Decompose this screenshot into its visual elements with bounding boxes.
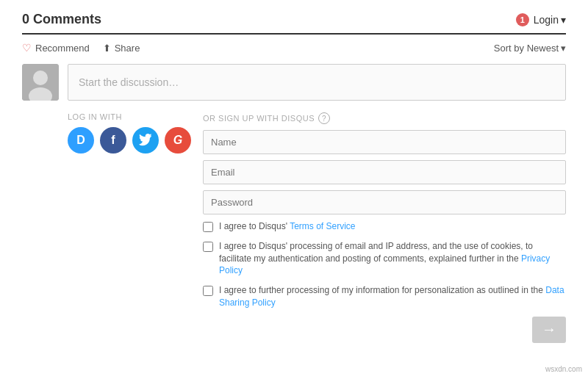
- heart-icon: ♡: [22, 42, 32, 54]
- submit-button[interactable]: →: [532, 317, 566, 343]
- help-icon[interactable]: ?: [318, 112, 330, 124]
- comments-title: 0 Comments: [22, 12, 101, 27]
- notification-badge: 1: [516, 13, 529, 26]
- arrow-right-icon: →: [542, 321, 556, 338]
- twitter-login-button[interactable]: [132, 127, 159, 154]
- or-signup-label: OR SIGN UP WITH DISQUS ?: [203, 112, 566, 124]
- login-button[interactable]: Login ▾: [534, 14, 566, 26]
- google-login-button[interactable]: G: [165, 127, 191, 154]
- tos-checkbox[interactable]: [203, 222, 213, 232]
- share-icon: ⬆: [103, 43, 111, 54]
- personalization-checkbox[interactable]: [203, 286, 213, 296]
- facebook-login-button[interactable]: f: [100, 127, 126, 154]
- log-in-with-label: LOG IN WITH: [68, 112, 191, 121]
- name-input[interactable]: [203, 130, 566, 154]
- disqus-login-button[interactable]: D: [68, 127, 94, 154]
- privacy-checkbox[interactable]: [203, 242, 213, 252]
- chevron-down-icon: ▾: [561, 43, 566, 54]
- chevron-down-icon: ▾: [561, 14, 566, 26]
- svg-point-1: [33, 71, 48, 85]
- avatar: [22, 64, 59, 101]
- tos-link[interactable]: Terms of Service: [290, 221, 355, 231]
- password-input[interactable]: [203, 190, 566, 214]
- share-button[interactable]: ⬆ Share: [103, 43, 140, 54]
- sort-button[interactable]: Sort by Newest ▾: [494, 43, 566, 54]
- recommend-button[interactable]: ♡ Recommend: [22, 42, 90, 54]
- email-input[interactable]: [203, 160, 566, 184]
- comment-input-box[interactable]: Start the discussion…: [68, 64, 566, 101]
